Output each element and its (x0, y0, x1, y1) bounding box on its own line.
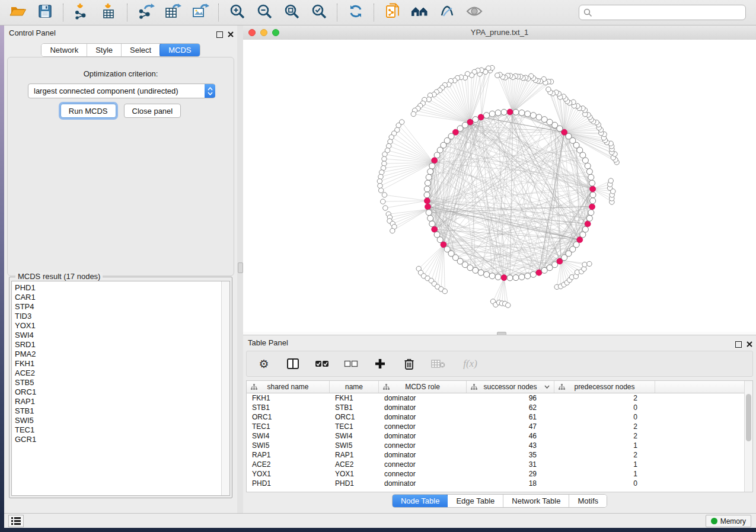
close-panel-button[interactable]: Close panel (124, 104, 181, 118)
import-network-button[interactable] (72, 3, 91, 22)
search-input[interactable] (579, 5, 746, 20)
tab-node-table[interactable]: Node Table (392, 494, 449, 508)
tab-style[interactable]: Style (87, 44, 122, 56)
column-header-predecessor-nodes[interactable]: predecessor nodes (554, 381, 655, 393)
mcds-result-item[interactable]: RAP1 (15, 397, 220, 406)
import-table-button[interactable] (100, 3, 119, 22)
mcds-list-scrollbar[interactable] (221, 281, 229, 495)
tab-network[interactable]: Network (42, 44, 87, 56)
table-settings-button[interactable]: ⚙ (256, 356, 272, 371)
delete-column-button[interactable] (401, 356, 417, 371)
export-network-icon (137, 3, 155, 22)
column-header-name[interactable]: name (330, 381, 379, 393)
refresh-view-button[interactable] (346, 3, 365, 22)
network-from-selection-button[interactable] (383, 3, 402, 22)
table-row[interactable]: SWI5SWI5connector431 (247, 441, 752, 450)
export-image-icon (192, 3, 209, 22)
mcds-result-item[interactable]: FKH1 (15, 359, 220, 368)
table-row[interactable]: PHD1PHD1dominator180 (247, 479, 752, 488)
mcds-result-item[interactable]: GCR1 (15, 435, 220, 444)
scrollbar-thumb[interactable] (746, 394, 751, 441)
optimization-criterion-select[interactable]: largest connected component (undirected) (28, 84, 215, 98)
status-bar: Memory (4, 513, 756, 528)
tab-motifs[interactable]: Motifs (569, 495, 607, 507)
zoom-out-button[interactable] (255, 3, 274, 22)
mcds-result-item[interactable]: PMA2 (15, 350, 220, 359)
mcds-result-item[interactable]: PHD1 (15, 283, 220, 293)
float-panel-icon[interactable] (216, 31, 223, 38)
mcds-result-item[interactable]: TID3 (15, 312, 220, 321)
select-all-rows-button[interactable] (314, 356, 330, 371)
mcds-result-item[interactable]: CAR1 (15, 293, 220, 302)
table-row[interactable]: RAP1RAP1dominator352 (247, 450, 752, 460)
table-row[interactable]: TEC1TEC1connector472 (247, 422, 752, 431)
zoom-selected-button[interactable] (310, 3, 328, 22)
table-cell: RAP1 (247, 450, 330, 460)
mcds-result-item[interactable]: ORC1 (15, 387, 220, 397)
mcds-result-item[interactable]: STP4 (15, 302, 220, 312)
function-builder-button[interactable]: f(x) (460, 356, 481, 371)
control-panel-tabs: NetworkStyleSelectMCDS (41, 43, 200, 57)
unchecked-boxes-icon (344, 360, 358, 367)
export-image-button[interactable] (191, 3, 210, 22)
table-cell: 2 (554, 422, 655, 431)
mcds-result-item[interactable]: SWI4 (15, 331, 220, 340)
close-panel-icon[interactable] (747, 339, 752, 350)
export-table-button[interactable] (164, 3, 183, 22)
column-header-MCDS-role[interactable]: MCDS role (379, 381, 467, 393)
memory-button[interactable]: Memory (706, 515, 751, 527)
splitter-grip[interactable] (238, 262, 243, 273)
network-overview-button[interactable] (410, 3, 429, 22)
criterion-selected-value: largest connected component (undirected) (28, 86, 205, 95)
open-folder-icon (9, 4, 27, 21)
mcds-result-item[interactable]: SWI5 (15, 416, 220, 425)
show-graphics-details-button[interactable] (465, 3, 484, 22)
save-session-button[interactable] (36, 3, 55, 22)
table-cell: 2 (554, 450, 655, 460)
table-cell: 0 (554, 403, 655, 412)
tab-network-table[interactable]: Network Table (503, 495, 569, 507)
hide-graphics-details-button[interactable] (438, 3, 457, 22)
network-window-titlebar[interactable]: YPA_prune.txt_1 (243, 25, 756, 40)
table-row[interactable]: ORC1ORC1dominator610 (247, 412, 752, 422)
zoom-fit-button[interactable] (282, 3, 301, 22)
network-canvas[interactable] (243, 40, 756, 332)
open-session-button[interactable] (8, 3, 27, 22)
table-toolbar: ⚙ f(x) (246, 351, 753, 377)
mcds-result-listbox: PHD1CAR1STP4TID3YOX1SWI4SRD1PMA2FKH1ACE2… (11, 281, 230, 496)
mcds-result-item[interactable]: SRD1 (15, 340, 220, 350)
mcds-result-item[interactable]: STB5 (15, 378, 220, 387)
mcds-result-item[interactable]: TEC1 (15, 425, 220, 435)
mcds-result-item[interactable]: STB1 (15, 406, 220, 416)
float-panel-icon[interactable] (735, 341, 742, 348)
close-panel-icon[interactable] (228, 29, 234, 40)
tab-mcds[interactable]: MCDS (160, 43, 200, 57)
tab-edge-table[interactable]: Edge Table (448, 495, 503, 507)
table-cell: 35 (467, 450, 554, 460)
export-network-button[interactable] (136, 3, 155, 22)
table-row[interactable]: YOX1YOX1connector291 (247, 469, 752, 479)
mcds-result-item[interactable]: YOX1 (15, 321, 220, 331)
table-row[interactable]: ACE2ACE2connector311 (247, 460, 752, 469)
delete-table-button[interactable] (430, 356, 446, 371)
table-row[interactable]: SWI4SWI4dominator462 (247, 431, 752, 441)
tab-select[interactable]: Select (122, 44, 160, 56)
mcds-result-item[interactable]: ACE2 (15, 368, 220, 378)
save-floppy-icon (37, 4, 53, 21)
table-row[interactable]: FKH1FKH1dominator962 (247, 393, 752, 403)
show-columns-button[interactable] (285, 356, 301, 371)
column-header-shared-name[interactable]: shared name (247, 381, 330, 393)
zoom-in-button[interactable] (228, 3, 247, 22)
column-header-successor-nodes[interactable]: successor nodes (467, 381, 554, 393)
deselect-all-rows-button[interactable] (343, 356, 359, 371)
table-row[interactable]: STB1STB1dominator620 (247, 403, 752, 412)
run-mcds-button[interactable]: Run MCDS (60, 104, 116, 118)
table-scrollbar[interactable] (744, 381, 752, 492)
task-history-button[interactable] (8, 515, 24, 527)
table-cell: FKH1 (247, 393, 330, 403)
search-icon (583, 8, 592, 20)
add-column-button[interactable] (372, 356, 388, 371)
table-cell: YOX1 (247, 469, 330, 479)
table-panel-tabs: Node TableEdge TableNetwork TableMotifs (392, 494, 607, 508)
table-cell: 2 (554, 431, 655, 441)
